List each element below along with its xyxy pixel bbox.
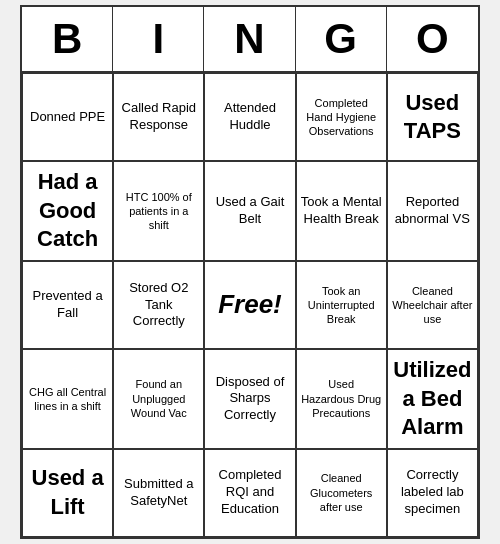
bingo-letter: G [296,7,387,71]
bingo-cell[interactable]: CHG all Central lines in a shift [22,349,113,449]
bingo-letter: B [22,7,113,71]
bingo-cell[interactable]: Cleaned Wheelchair after use [387,261,478,349]
bingo-cell[interactable]: HTC 100% of patients in a shift [113,161,204,261]
bingo-cell[interactable]: Cleaned Glucometers after use [296,449,387,537]
bingo-cell[interactable]: Free! [204,261,295,349]
bingo-cell[interactable]: Prevented a Fall [22,261,113,349]
bingo-header: BINGO [22,7,478,73]
bingo-cell[interactable]: Found an Unplugged Wound Vac [113,349,204,449]
bingo-cell[interactable]: Took an Uninterrupted Break [296,261,387,349]
bingo-cell[interactable]: Disposed of Sharps Correctly [204,349,295,449]
bingo-cell[interactable]: Had a Good Catch [22,161,113,261]
bingo-cell[interactable]: Utilized a Bed Alarm [387,349,478,449]
bingo-cell[interactable]: Took a Mental Health Break [296,161,387,261]
bingo-cell[interactable]: Called Rapid Response [113,73,204,161]
bingo-cell[interactable]: Correctly labeled lab specimen [387,449,478,537]
bingo-letter: N [204,7,295,71]
bingo-cell[interactable]: Submitted a SafetyNet [113,449,204,537]
bingo-cell[interactable]: Used a Gait Belt [204,161,295,261]
bingo-cell[interactable]: Completed Hand Hygiene Observations [296,73,387,161]
bingo-cell[interactable]: Used TAPS [387,73,478,161]
bingo-cell[interactable]: Attended Huddle [204,73,295,161]
bingo-cell[interactable]: Donned PPE [22,73,113,161]
bingo-letter: O [387,7,478,71]
bingo-cell[interactable]: Used Hazardous Drug Precautions [296,349,387,449]
bingo-card: BINGO Donned PPECalled Rapid ResponseAtt… [20,5,480,539]
bingo-letter: I [113,7,204,71]
bingo-grid: Donned PPECalled Rapid ResponseAttended … [22,73,478,537]
bingo-cell[interactable]: Stored O2 Tank Correctly [113,261,204,349]
bingo-cell[interactable]: Used a Lift [22,449,113,537]
bingo-cell[interactable]: Completed RQI and Education [204,449,295,537]
bingo-cell[interactable]: Reported abnormal VS [387,161,478,261]
